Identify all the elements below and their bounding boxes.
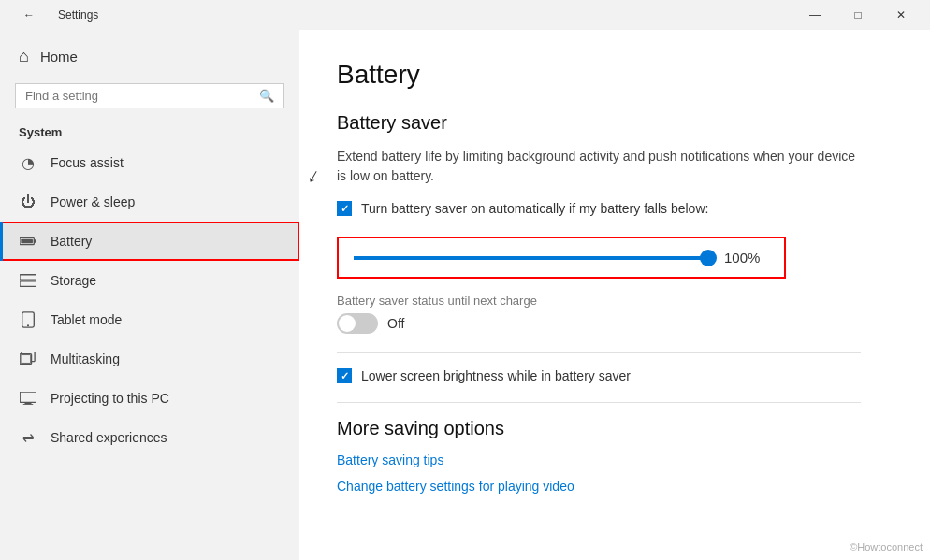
search-input[interactable] — [25, 89, 252, 103]
sidebar-home-item[interactable]: ⌂ Home — [0, 37, 299, 76]
battery-slider-track — [354, 256, 713, 260]
battery-video-link[interactable]: Change battery settings for playing vide… — [337, 479, 893, 494]
battery-icon — [19, 232, 37, 251]
brightness-checkbox-row: Lower screen brightness while in battery… — [337, 368, 893, 383]
sidebar-item-projecting[interactable]: Projecting to this PC — [0, 379, 299, 418]
focus-assist-icon: ◔ — [19, 153, 37, 172]
content-area: Battery Battery saver Extend battery lif… — [299, 30, 930, 560]
svg-rect-2 — [21, 239, 33, 244]
close-button[interactable]: ✕ — [879, 0, 923, 30]
search-icon: 🔍 — [259, 89, 274, 103]
sidebar-item-battery[interactable]: Battery — [0, 222, 299, 261]
auto-checkbox-row: Turn battery saver on automatically if m… — [337, 201, 708, 216]
slider-value-label: 100% — [724, 250, 769, 266]
shared-icon: ⇌ — [19, 428, 37, 447]
auto-checkbox-label: Turn battery saver on automatically if m… — [361, 201, 708, 216]
svg-rect-1 — [34, 239, 36, 243]
auto-checkbox[interactable] — [337, 201, 352, 216]
multitasking-icon — [19, 350, 37, 368]
battery-slider-container: 100% — [337, 237, 786, 279]
brightness-checkbox[interactable] — [337, 368, 352, 383]
svg-point-6 — [27, 324, 29, 326]
sidebar: ⌂ Home 🔍 System ◔ Focus assist ⏻ Power &… — [0, 30, 299, 560]
sidebar-item-label-shared: Shared experiences — [51, 430, 167, 445]
sidebar-item-label-tablet-mode: Tablet mode — [51, 312, 122, 327]
sidebar-item-tablet-mode[interactable]: Tablet mode — [0, 300, 299, 339]
battery-saver-description: Extend battery life by limiting backgrou… — [337, 147, 861, 186]
storage-icon — [19, 271, 37, 290]
sidebar-item-focus-assist[interactable]: ◔ Focus assist — [0, 143, 299, 182]
sidebar-item-shared[interactable]: ⇌ Shared experiences — [0, 418, 299, 457]
section-divider — [337, 352, 861, 353]
back-icon: ← — [23, 8, 35, 22]
battery-status-toggle[interactable] — [337, 313, 378, 334]
svg-rect-4 — [20, 281, 36, 286]
sidebar-search-box[interactable]: 🔍 — [15, 83, 284, 108]
auto-checkbox-wrapper: ↓ Turn battery saver on automatically if… — [337, 201, 893, 227]
battery-tips-link[interactable]: Battery saving tips — [337, 452, 893, 467]
power-sleep-icon: ⏻ — [19, 193, 37, 211]
status-label: Battery saver status until next charge — [337, 294, 893, 308]
sidebar-item-multitasking[interactable]: Multitasking — [0, 339, 299, 379]
sidebar-item-power-sleep[interactable]: ⏻ Power & sleep — [0, 182, 299, 222]
watermark: ©Howtoconnect — [850, 541, 923, 553]
slider-thumb — [700, 250, 717, 266]
title-bar-controls: — □ ✕ — [793, 0, 923, 30]
toggle-state-label: Off — [387, 316, 404, 331]
page-title: Battery — [337, 60, 893, 90]
svg-rect-10 — [20, 392, 36, 402]
sidebar-item-label-power-sleep: Power & sleep — [51, 194, 135, 209]
app-body: ⌂ Home 🔍 System ◔ Focus assist ⏻ Power &… — [0, 30, 930, 560]
arrow-annotation: ↓ — [303, 163, 325, 189]
sidebar-item-label-projecting: Projecting to this PC — [51, 391, 169, 406]
sidebar-item-label-battery: Battery — [51, 234, 92, 249]
more-saving-title: More saving options — [337, 418, 893, 439]
minimize-button[interactable]: — — [793, 0, 836, 30]
brightness-checkbox-label: Lower screen brightness while in battery… — [361, 368, 631, 383]
battery-saver-title: Battery saver — [337, 112, 893, 134]
maximize-button[interactable]: □ — [836, 0, 879, 30]
title-bar-title: Settings — [58, 8, 98, 22]
svg-rect-12 — [23, 404, 34, 405]
sidebar-item-label-multitasking: Multitasking — [51, 352, 120, 366]
projecting-icon — [19, 389, 37, 408]
title-bar: ← Settings — □ ✕ — [0, 0, 930, 30]
title-bar-left: ← Settings — [7, 0, 98, 30]
svg-rect-9 — [21, 355, 31, 364]
section-divider-2 — [337, 402, 861, 403]
home-icon: ⌂ — [19, 47, 29, 66]
sidebar-item-storage[interactable]: Storage — [0, 261, 299, 300]
tablet-mode-icon — [19, 310, 37, 329]
home-label: Home — [40, 49, 78, 65]
sidebar-item-label-storage: Storage — [51, 273, 96, 288]
sidebar-section-label: System — [0, 116, 299, 143]
back-button[interactable]: ← — [7, 0, 51, 30]
toggle-knob — [339, 315, 356, 332]
sidebar-item-label-focus-assist: Focus assist — [51, 155, 124, 170]
status-row: Battery saver status until next charge O… — [337, 294, 893, 334]
toggle-row: Off — [337, 313, 893, 334]
svg-rect-11 — [25, 402, 32, 404]
svg-rect-3 — [20, 275, 36, 280]
